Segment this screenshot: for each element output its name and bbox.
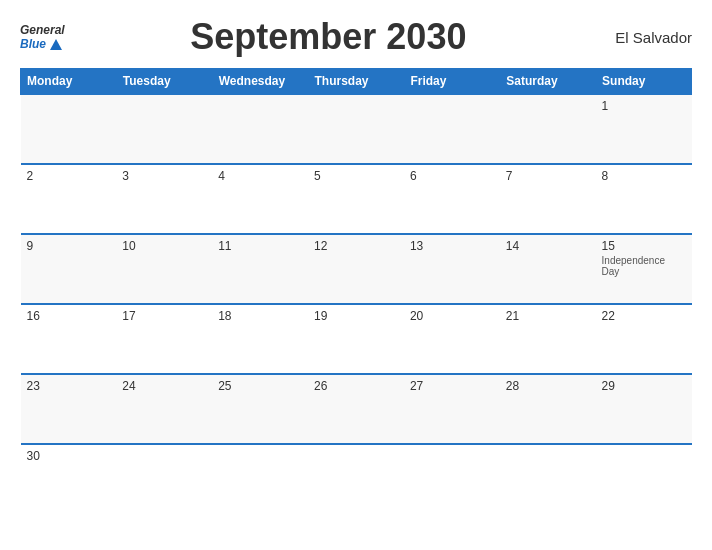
logo-line1: General — [20, 23, 65, 37]
calendar-cell — [116, 94, 212, 164]
day-number: 28 — [506, 379, 590, 393]
calendar-cell — [212, 444, 308, 514]
calendar-cell — [500, 94, 596, 164]
calendar-cell: 12 — [308, 234, 404, 304]
day-number: 1 — [602, 99, 686, 113]
week-row-4: 16171819202122 — [21, 304, 692, 374]
logo-blue-text: Blue — [20, 37, 46, 51]
day-number: 3 — [122, 169, 206, 183]
calendar-cell: 1 — [596, 94, 692, 164]
calendar-cell — [308, 444, 404, 514]
calendar-cell — [212, 94, 308, 164]
day-number: 13 — [410, 239, 494, 253]
calendar-cell: 19 — [308, 304, 404, 374]
day-number: 4 — [218, 169, 302, 183]
logo-line2: Blue — [20, 37, 65, 51]
weekday-header-row: MondayTuesdayWednesdayThursdayFridaySatu… — [21, 69, 692, 95]
day-number: 19 — [314, 309, 398, 323]
calendar-table: MondayTuesdayWednesdayThursdayFridaySatu… — [20, 68, 692, 514]
weekday-header-monday: Monday — [21, 69, 117, 95]
week-row-5: 23242526272829 — [21, 374, 692, 444]
day-number: 9 — [27, 239, 111, 253]
calendar-cell: 8 — [596, 164, 692, 234]
calendar-cell: 28 — [500, 374, 596, 444]
day-number: 7 — [506, 169, 590, 183]
logo-triangle-icon — [50, 39, 62, 50]
calendar-cell: 29 — [596, 374, 692, 444]
week-row-1: 1 — [21, 94, 692, 164]
day-number: 12 — [314, 239, 398, 253]
calendar-cell: 22 — [596, 304, 692, 374]
day-number: 18 — [218, 309, 302, 323]
calendar-cell — [21, 94, 117, 164]
day-number: 15 — [602, 239, 686, 253]
calendar-cell: 13 — [404, 234, 500, 304]
calendar-cell — [308, 94, 404, 164]
day-number: 26 — [314, 379, 398, 393]
calendar-cell — [500, 444, 596, 514]
calendar-cell: 15Independence Day — [596, 234, 692, 304]
country-label: El Salvador — [592, 29, 692, 46]
calendar-cell: 6 — [404, 164, 500, 234]
logo-text: General Blue — [20, 23, 65, 51]
day-number: 29 — [602, 379, 686, 393]
day-number: 11 — [218, 239, 302, 253]
calendar-cell: 21 — [500, 304, 596, 374]
week-row-6: 30 — [21, 444, 692, 514]
day-number: 23 — [27, 379, 111, 393]
calendar-cell — [596, 444, 692, 514]
weekday-header-thursday: Thursday — [308, 69, 404, 95]
calendar-cell: 20 — [404, 304, 500, 374]
weekday-header-friday: Friday — [404, 69, 500, 95]
event-label: Independence Day — [602, 255, 686, 277]
calendar-cell: 26 — [308, 374, 404, 444]
day-number: 21 — [506, 309, 590, 323]
calendar-cell: 11 — [212, 234, 308, 304]
calendar-cell: 23 — [21, 374, 117, 444]
calendar-cell: 9 — [21, 234, 117, 304]
day-number: 17 — [122, 309, 206, 323]
day-number: 24 — [122, 379, 206, 393]
weekday-header-tuesday: Tuesday — [116, 69, 212, 95]
day-number: 10 — [122, 239, 206, 253]
calendar-cell: 30 — [21, 444, 117, 514]
day-number: 6 — [410, 169, 494, 183]
weekday-header-sunday: Sunday — [596, 69, 692, 95]
week-row-2: 2345678 — [21, 164, 692, 234]
calendar-cell: 17 — [116, 304, 212, 374]
calendar-cell — [404, 94, 500, 164]
day-number: 30 — [27, 449, 111, 463]
calendar-cell: 27 — [404, 374, 500, 444]
calendar-cell: 25 — [212, 374, 308, 444]
calendar-cell: 2 — [21, 164, 117, 234]
calendar-cell: 18 — [212, 304, 308, 374]
calendar-cell: 24 — [116, 374, 212, 444]
day-number: 25 — [218, 379, 302, 393]
day-number: 14 — [506, 239, 590, 253]
day-number: 27 — [410, 379, 494, 393]
calendar-cell — [116, 444, 212, 514]
calendar-header: General Blue September 2030 El Salvador — [20, 16, 692, 58]
calendar-cell — [404, 444, 500, 514]
month-title: September 2030 — [65, 16, 592, 58]
calendar-cell: 4 — [212, 164, 308, 234]
day-number: 8 — [602, 169, 686, 183]
weekday-header-saturday: Saturday — [500, 69, 596, 95]
day-number: 2 — [27, 169, 111, 183]
day-number: 20 — [410, 309, 494, 323]
calendar-cell: 16 — [21, 304, 117, 374]
day-number: 5 — [314, 169, 398, 183]
calendar-cell: 5 — [308, 164, 404, 234]
week-row-3: 9101112131415Independence Day — [21, 234, 692, 304]
weekday-header-wednesday: Wednesday — [212, 69, 308, 95]
calendar-cell: 7 — [500, 164, 596, 234]
calendar-cell: 3 — [116, 164, 212, 234]
day-number: 16 — [27, 309, 111, 323]
logo: General Blue — [20, 23, 65, 51]
calendar-container: General Blue September 2030 El Salvador … — [0, 0, 712, 550]
calendar-cell: 10 — [116, 234, 212, 304]
calendar-cell: 14 — [500, 234, 596, 304]
day-number: 22 — [602, 309, 686, 323]
